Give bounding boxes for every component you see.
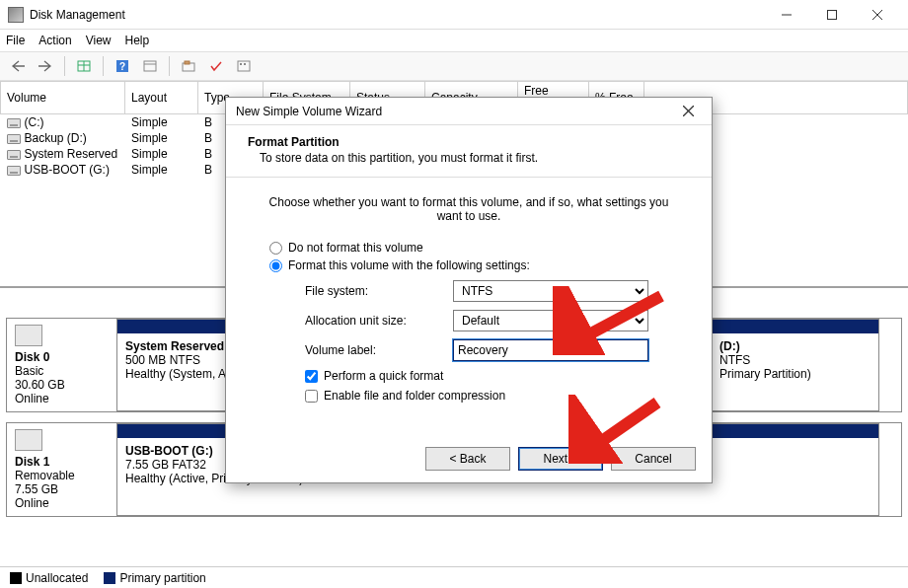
modal-overlay: New Simple Volume Wizard Format Partitio… xyxy=(0,0,908,588)
label-file-system: File system: xyxy=(305,284,453,298)
radio-do-not-format[interactable]: Do not format this volume xyxy=(269,241,682,255)
checkbox-enable-compression[interactable]: Enable file and folder compression xyxy=(305,389,682,403)
checkbox-enable-compression-label: Enable file and folder compression xyxy=(324,389,505,403)
wizard-header: Format Partition To store data on this p… xyxy=(226,125,712,175)
wizard-close-button[interactable] xyxy=(674,102,702,121)
wizard-subheading: To store data on this partition, you mus… xyxy=(260,151,690,165)
checkbox-quick-format-label: Perform a quick format xyxy=(324,369,443,383)
back-button[interactable]: < Back xyxy=(425,447,510,471)
radio-format-with-settings[interactable]: Format this volume with the following se… xyxy=(269,258,682,272)
label-volume-label: Volume label: xyxy=(305,343,453,357)
label-allocation-unit: Allocation unit size: xyxy=(305,314,453,328)
select-file-system[interactable]: NTFS xyxy=(453,280,648,302)
format-settings: File system: NTFS Allocation unit size: … xyxy=(305,280,682,403)
wizard-lead-text: Choose whether you want to format this v… xyxy=(256,195,682,223)
radio-do-not-format-label: Do not format this volume xyxy=(288,241,423,255)
wizard-button-bar: < Back Next > Cancel xyxy=(425,447,696,471)
wizard-heading: Format Partition xyxy=(248,135,690,149)
wizard-titlebar: New Simple Volume Wizard xyxy=(226,98,712,125)
checkbox-enable-compression-input[interactable] xyxy=(305,390,318,403)
radio-format-label: Format this volume with the following se… xyxy=(288,258,530,272)
radio-do-not-format-input[interactable] xyxy=(269,242,282,255)
checkbox-quick-format-input[interactable] xyxy=(305,370,318,383)
new-simple-volume-wizard: New Simple Volume Wizard Format Partitio… xyxy=(225,97,713,483)
cancel-button[interactable]: Cancel xyxy=(611,447,696,471)
checkbox-quick-format[interactable]: Perform a quick format xyxy=(305,369,682,383)
input-volume-label[interactable] xyxy=(453,339,648,361)
wizard-title: New Simple Volume Wizard xyxy=(236,105,674,118)
next-button[interactable]: Next > xyxy=(518,447,603,471)
select-allocation-unit[interactable]: Default xyxy=(453,310,648,331)
radio-format-input[interactable] xyxy=(269,259,282,272)
